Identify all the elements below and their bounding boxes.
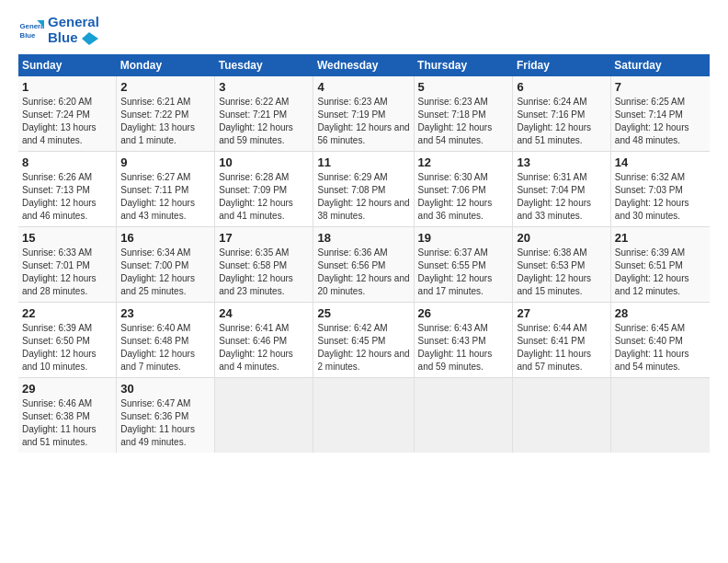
calendar-table: Sunday Monday Tuesday Wednesday Thursday… <box>18 54 710 453</box>
day-number: 2 <box>120 80 210 94</box>
header-friday: Friday <box>513 54 610 76</box>
day-detail: Sunrise: 6:39 AM Sunset: 6:50 PM Dayligh… <box>22 322 112 373</box>
day-detail: Sunrise: 6:38 AM Sunset: 6:53 PM Dayligh… <box>517 247 606 298</box>
calendar-cell: 28 Sunrise: 6:45 AM Sunset: 6:40 PM Dayl… <box>610 303 710 378</box>
calendar-cell: 4 Sunrise: 6:23 AM Sunset: 7:19 PM Dayli… <box>313 76 414 152</box>
day-detail: Sunrise: 6:20 AM Sunset: 7:24 PM Dayligh… <box>22 96 112 147</box>
day-detail: Sunrise: 6:28 AM Sunset: 7:09 PM Dayligh… <box>219 171 309 223</box>
day-detail: Sunrise: 6:47 AM Sunset: 6:36 PM Dayligh… <box>120 397 210 449</box>
calendar-cell: 23 Sunrise: 6:40 AM Sunset: 6:48 PM Dayl… <box>117 303 215 378</box>
calendar-cell: 3 Sunrise: 6:22 AM Sunset: 7:21 PM Dayli… <box>215 76 313 152</box>
calendar-cell: 26 Sunrise: 6:43 AM Sunset: 6:43 PM Dayl… <box>414 303 513 378</box>
header-monday: Monday <box>117 54 215 76</box>
day-number: 11 <box>317 155 409 169</box>
calendar-cell: 7 Sunrise: 6:25 AM Sunset: 7:14 PM Dayli… <box>610 76 710 152</box>
header-sunday: Sunday <box>18 54 117 76</box>
day-number: 19 <box>418 231 509 245</box>
calendar-cell: 30 Sunrise: 6:47 AM Sunset: 6:36 PM Dayl… <box>117 378 215 454</box>
calendar-cell: 6 Sunrise: 6:24 AM Sunset: 7:16 PM Dayli… <box>513 76 610 152</box>
weekday-header-row: Sunday Monday Tuesday Wednesday Thursday… <box>18 54 710 76</box>
day-detail: Sunrise: 6:33 AM Sunset: 7:01 PM Dayligh… <box>22 247 112 298</box>
day-detail: Sunrise: 6:27 AM Sunset: 7:11 PM Dayligh… <box>120 171 210 223</box>
calendar-cell: 21 Sunrise: 6:39 AM Sunset: 6:51 PM Dayl… <box>610 227 710 303</box>
day-number: 21 <box>615 231 706 245</box>
calendar-cell: 17 Sunrise: 6:35 AM Sunset: 6:58 PM Dayl… <box>215 227 313 303</box>
day-number: 18 <box>317 231 409 245</box>
week-row-4: 22 Sunrise: 6:39 AM Sunset: 6:50 PM Dayl… <box>18 303 710 378</box>
day-detail: Sunrise: 6:34 AM Sunset: 7:00 PM Dayligh… <box>120 247 210 298</box>
day-detail: Sunrise: 6:37 AM Sunset: 6:55 PM Dayligh… <box>418 247 509 298</box>
calendar-container: General Blue General Blue Sunday Monda <box>0 0 728 462</box>
day-detail: Sunrise: 6:40 AM Sunset: 6:48 PM Dayligh… <box>120 322 210 373</box>
day-number: 16 <box>120 231 210 245</box>
day-detail: Sunrise: 6:21 AM Sunset: 7:22 PM Dayligh… <box>120 96 210 147</box>
day-detail: Sunrise: 6:36 AM Sunset: 6:56 PM Dayligh… <box>317 247 409 298</box>
calendar-cell <box>313 378 414 454</box>
day-number: 8 <box>22 155 112 169</box>
day-detail: Sunrise: 6:24 AM Sunset: 7:16 PM Dayligh… <box>517 96 606 147</box>
day-number: 25 <box>317 306 409 320</box>
calendar-cell: 11 Sunrise: 6:29 AM Sunset: 7:08 PM Dayl… <box>313 152 414 227</box>
day-number: 1 <box>22 80 112 94</box>
day-detail: Sunrise: 6:32 AM Sunset: 7:03 PM Dayligh… <box>615 171 706 223</box>
day-number: 12 <box>418 155 509 169</box>
calendar-cell: 25 Sunrise: 6:42 AM Sunset: 6:45 PM Dayl… <box>313 303 414 378</box>
day-detail: Sunrise: 6:39 AM Sunset: 6:51 PM Dayligh… <box>615 247 706 298</box>
calendar-cell: 12 Sunrise: 6:30 AM Sunset: 7:06 PM Dayl… <box>414 152 513 227</box>
day-number: 28 <box>615 306 706 320</box>
day-number: 9 <box>120 155 210 169</box>
day-detail: Sunrise: 6:45 AM Sunset: 6:40 PM Dayligh… <box>615 322 706 373</box>
day-number: 20 <box>517 231 606 245</box>
day-detail: Sunrise: 6:42 AM Sunset: 6:45 PM Dayligh… <box>317 322 409 373</box>
week-row-3: 15 Sunrise: 6:33 AM Sunset: 7:01 PM Dayl… <box>18 227 710 303</box>
week-row-1: 1 Sunrise: 6:20 AM Sunset: 7:24 PM Dayli… <box>18 76 710 152</box>
calendar-cell: 8 Sunrise: 6:26 AM Sunset: 7:13 PM Dayli… <box>18 152 117 227</box>
day-detail: Sunrise: 6:23 AM Sunset: 7:19 PM Dayligh… <box>317 96 409 147</box>
calendar-cell: 19 Sunrise: 6:37 AM Sunset: 6:55 PM Dayl… <box>414 227 513 303</box>
calendar-cell: 16 Sunrise: 6:34 AM Sunset: 7:00 PM Dayl… <box>117 227 215 303</box>
svg-marker-4 <box>82 32 98 45</box>
day-number: 23 <box>120 306 210 320</box>
header-saturday: Saturday <box>610 54 710 76</box>
day-detail: Sunrise: 6:41 AM Sunset: 6:46 PM Dayligh… <box>219 322 309 373</box>
day-number: 24 <box>219 306 309 320</box>
header-wednesday: Wednesday <box>313 54 414 76</box>
day-number: 26 <box>418 306 509 320</box>
calendar-cell: 2 Sunrise: 6:21 AM Sunset: 7:22 PM Dayli… <box>117 76 215 152</box>
calendar-cell: 18 Sunrise: 6:36 AM Sunset: 6:56 PM Dayl… <box>313 227 414 303</box>
calendar-cell: 5 Sunrise: 6:23 AM Sunset: 7:18 PM Dayli… <box>414 76 513 152</box>
week-row-2: 8 Sunrise: 6:26 AM Sunset: 7:13 PM Dayli… <box>18 152 710 227</box>
day-number: 15 <box>22 231 112 245</box>
day-detail: Sunrise: 6:35 AM Sunset: 6:58 PM Dayligh… <box>219 247 309 298</box>
calendar-cell: 22 Sunrise: 6:39 AM Sunset: 6:50 PM Dayl… <box>18 303 117 378</box>
calendar-cell <box>513 378 610 454</box>
day-number: 7 <box>615 80 706 94</box>
day-number: 22 <box>22 306 112 320</box>
day-detail: Sunrise: 6:44 AM Sunset: 6:41 PM Dayligh… <box>517 322 606 373</box>
logo: General Blue General Blue <box>18 15 99 45</box>
day-number: 29 <box>22 382 112 396</box>
day-number: 10 <box>219 155 309 169</box>
day-number: 13 <box>517 155 606 169</box>
calendar-cell: 24 Sunrise: 6:41 AM Sunset: 6:46 PM Dayl… <box>215 303 313 378</box>
week-row-5: 29 Sunrise: 6:46 AM Sunset: 6:38 PM Dayl… <box>18 378 710 454</box>
calendar-cell: 9 Sunrise: 6:27 AM Sunset: 7:11 PM Dayli… <box>117 152 215 227</box>
calendar-cell <box>610 378 710 454</box>
day-detail: Sunrise: 6:29 AM Sunset: 7:08 PM Dayligh… <box>317 171 409 223</box>
day-detail: Sunrise: 6:46 AM Sunset: 6:38 PM Dayligh… <box>22 397 112 449</box>
day-detail: Sunrise: 6:30 AM Sunset: 7:06 PM Dayligh… <box>418 171 509 223</box>
day-number: 6 <box>517 80 606 94</box>
day-number: 27 <box>517 306 606 320</box>
header-thursday: Thursday <box>414 54 513 76</box>
day-number: 30 <box>120 382 210 396</box>
calendar-cell: 14 Sunrise: 6:32 AM Sunset: 7:03 PM Dayl… <box>610 152 710 227</box>
day-detail: Sunrise: 6:31 AM Sunset: 7:04 PM Dayligh… <box>517 171 606 223</box>
calendar-cell: 13 Sunrise: 6:31 AM Sunset: 7:04 PM Dayl… <box>513 152 610 227</box>
calendar-cell: 27 Sunrise: 6:44 AM Sunset: 6:41 PM Dayl… <box>513 303 610 378</box>
header-tuesday: Tuesday <box>215 54 313 76</box>
day-detail: Sunrise: 6:25 AM Sunset: 7:14 PM Dayligh… <box>615 96 706 147</box>
logo-icon: General Blue <box>18 17 44 43</box>
day-detail: Sunrise: 6:23 AM Sunset: 7:18 PM Dayligh… <box>418 96 509 147</box>
calendar-cell: 1 Sunrise: 6:20 AM Sunset: 7:24 PM Dayli… <box>18 76 117 152</box>
logo-text: General Blue <box>48 15 99 45</box>
